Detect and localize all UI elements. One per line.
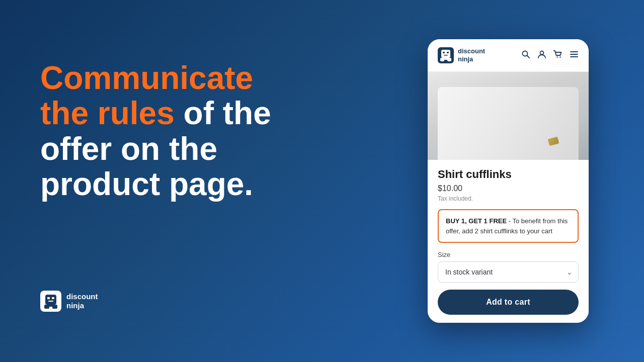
- hero-line1: Communicate: [40, 60, 253, 96]
- hero-line3: offer on the: [40, 131, 217, 167]
- hero-line2-white: of the: [175, 95, 271, 131]
- hero-line4: product page.: [40, 166, 253, 202]
- menu-icon[interactable]: [570, 50, 579, 61]
- navbar-logo-text: discount ninja: [458, 47, 485, 63]
- svg-rect-15: [443, 57, 448, 60]
- size-select-wrapper[interactable]: In stock variant Small Medium Large X-La…: [438, 261, 579, 283]
- account-icon[interactable]: [537, 50, 546, 61]
- navbar-icons[interactable]: [521, 50, 579, 61]
- shirt-visual: [428, 72, 589, 160]
- svg-rect-2: [47, 297, 50, 299]
- bottom-logo-text: discount ninja: [66, 292, 98, 310]
- bottom-logo-icon: [40, 291, 61, 312]
- svg-rect-3: [52, 297, 54, 299]
- navbar-logo: discount ninja: [438, 47, 485, 63]
- svg-rect-10: [443, 52, 445, 53]
- svg-rect-11: [447, 52, 449, 53]
- svg-point-18: [540, 51, 544, 54]
- size-select[interactable]: In stock variant Small Medium Large X-La…: [438, 261, 579, 283]
- product-info: Shirt cufflinks $10.00 Tax included. BUY…: [428, 160, 589, 323]
- offer-banner: BUY 1, GET 1 FREE - To benefit from this…: [438, 209, 579, 243]
- left-section: Communicate the rules of the offer on th…: [0, 0, 413, 362]
- product-tax: Tax included.: [438, 195, 579, 202]
- product-image: [428, 72, 589, 160]
- phone-mockup: discount ninja: [428, 39, 589, 323]
- svg-rect-4: [48, 301, 53, 302]
- cart-icon[interactable]: [553, 50, 562, 61]
- svg-rect-7: [47, 304, 54, 307]
- offer-text: BUY 1, GET 1 FREE - To benefit from this…: [446, 216, 571, 236]
- navbar-logo-icon: [438, 47, 454, 63]
- svg-point-20: [559, 56, 560, 57]
- hero-heading: Communicate the rules of the offer on th…: [40, 60, 382, 202]
- bottom-logo: discount ninja: [40, 291, 382, 312]
- right-section: discount ninja: [413, 39, 604, 323]
- product-name: Shirt cufflinks: [438, 168, 579, 181]
- product-price: $10.00: [438, 184, 579, 193]
- svg-line-17: [527, 55, 530, 58]
- search-icon[interactable]: [521, 50, 530, 61]
- add-to-cart-button[interactable]: Add to cart: [438, 290, 579, 315]
- svg-rect-1: [45, 295, 56, 305]
- svg-point-19: [556, 56, 557, 57]
- offer-bold-text: BUY 1, GET 1 FREE: [446, 217, 507, 225]
- svg-rect-9: [441, 50, 450, 58]
- size-section: Size In stock variant Small Medium Large…: [438, 251, 579, 283]
- size-label: Size: [438, 251, 579, 258]
- hero-text: Communicate the rules of the offer on th…: [40, 60, 382, 202]
- phone-navbar: discount ninja: [428, 39, 589, 72]
- svg-rect-12: [444, 55, 448, 56]
- hero-line2-orange: the rules: [40, 95, 175, 131]
